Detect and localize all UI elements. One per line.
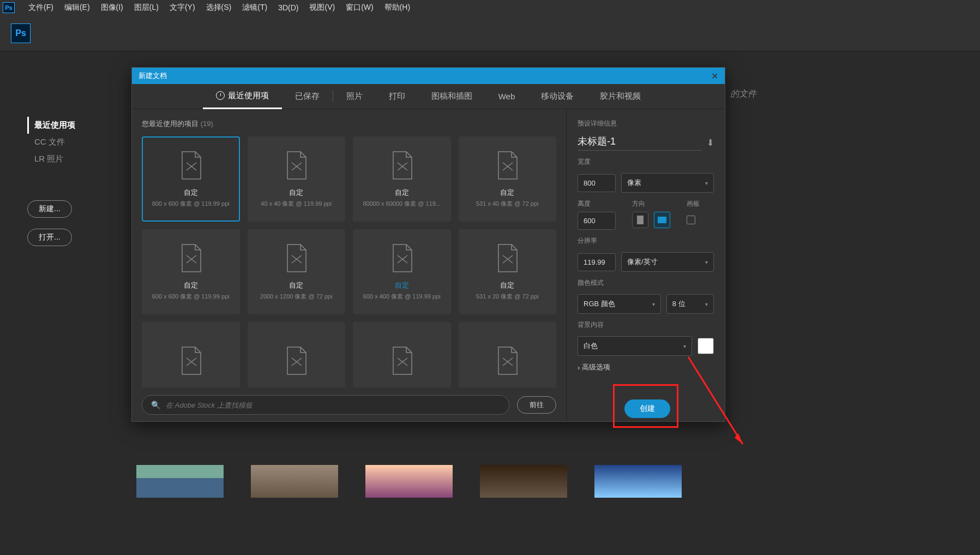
save-preset-icon[interactable]: ⬇ — [707, 138, 714, 148]
document-icon — [390, 151, 414, 180]
preset-subtitle: 2000 x 1200 像素 @ 72 ppi — [251, 293, 342, 301]
height-input[interactable] — [578, 212, 616, 230]
tab-film[interactable]: 胶片和视频 — [587, 84, 654, 109]
chevron-right-icon: › — [578, 363, 580, 372]
preset-card[interactable] — [353, 322, 451, 387]
sidebar-link-recent[interactable]: 最近使用项 — [27, 117, 109, 134]
dialog-tabs: 最近使用项 已保存 照片 打印 图稿和插图 Web 移动设备 胶片和视频 — [132, 84, 725, 109]
landscape-icon — [658, 217, 666, 223]
preset-card[interactable]: 自定 600 x 400 像素 @ 119.99 ppi — [353, 229, 451, 314]
tab-label: 最近使用项 — [228, 91, 269, 101]
menu-help[interactable]: 帮助(H) — [379, 3, 416, 13]
preset-title: 自定 — [184, 188, 198, 198]
panel-header: 预设详细信息 — [578, 119, 714, 128]
preset-grid: 自定 800 x 600 像素 @ 119.99 ppi 自定 40 x 40 … — [142, 136, 556, 387]
background-dropdown[interactable]: 白色▾ — [578, 336, 692, 356]
recent-thumbnails-row — [136, 465, 682, 498]
artboard-checkbox[interactable] — [687, 216, 695, 224]
preset-title: 自定 — [395, 188, 409, 198]
resolution-unit-dropdown[interactable]: 像素/英寸▾ — [621, 252, 714, 272]
open-button[interactable]: 打开... — [27, 229, 72, 246]
preset-card[interactable]: 自定 80000 x 60000 像素 @ 119... — [353, 136, 451, 222]
preset-title: 自定 — [500, 188, 514, 198]
width-label: 宽度 — [578, 157, 714, 166]
color-mode-dropdown[interactable]: RGB 颜色▾ — [578, 294, 661, 314]
ps-logo-icon: Ps — [11, 23, 31, 43]
document-icon — [495, 346, 519, 375]
tab-photo[interactable]: 照片 — [333, 84, 376, 109]
preset-card[interactable] — [142, 322, 240, 387]
stock-search-input[interactable] — [166, 401, 500, 409]
thumbnail[interactable] — [136, 465, 224, 498]
advanced-options-toggle[interactable]: › 高级选项 — [578, 362, 714, 372]
orientation-portrait-button[interactable] — [632, 212, 648, 228]
preset-title: 自定 — [289, 281, 303, 290]
thumbnail[interactable] — [480, 465, 567, 498]
orientation-landscape-button[interactable] — [654, 212, 670, 228]
bit-depth-dropdown[interactable]: 8 位▾ — [666, 294, 714, 314]
document-icon — [495, 243, 519, 273]
sidebar-link-lr[interactable]: LR 照片 — [27, 151, 109, 168]
menu-file[interactable]: 文件(F) — [23, 3, 59, 13]
document-name-input[interactable]: 未标题-1 — [578, 135, 701, 151]
preset-title: 自定 — [184, 281, 198, 290]
preset-card[interactable] — [248, 322, 346, 387]
menu-window[interactable]: 窗口(W) — [340, 3, 379, 13]
tab-print[interactable]: 打印 — [376, 84, 418, 109]
tab-mobile[interactable]: 移动设备 — [528, 84, 587, 109]
document-icon — [179, 243, 203, 273]
preset-subtitle: 800 x 600 像素 @ 119.99 ppi — [146, 200, 236, 208]
thumbnail[interactable] — [594, 465, 682, 498]
document-icon — [179, 346, 203, 375]
preset-card[interactable]: 自定 40 x 40 像素 @ 119.99 ppi — [248, 136, 346, 222]
preset-title: 自定 — [500, 281, 514, 290]
tab-web[interactable]: Web — [485, 84, 528, 109]
create-button-area: 创建 — [624, 399, 670, 418]
resolution-label: 分辨率 — [578, 236, 714, 246]
tab-saved[interactable]: 已保存 — [282, 84, 333, 109]
resolution-input[interactable] — [578, 253, 616, 271]
width-unit-dropdown[interactable]: 像素▾ — [621, 173, 714, 193]
preset-card[interactable]: 自定 800 x 600 像素 @ 119.99 ppi — [142, 136, 240, 222]
preset-title: 自定 — [289, 188, 303, 198]
background-color-swatch[interactable] — [698, 338, 714, 354]
preset-details-panel: 预设详细信息 未标题-1 ⬇ 宽度 像素▾ 高度 — [567, 109, 725, 421]
close-icon[interactable]: ✕ — [711, 71, 718, 81]
preset-card[interactable]: 自定 531 x 20 像素 @ 72 ppi — [459, 229, 557, 314]
search-icon: 🔍 — [151, 401, 160, 409]
thumbnail[interactable] — [251, 465, 338, 498]
preset-subtitle: 40 x 40 像素 @ 119.99 ppi — [251, 200, 342, 208]
document-icon — [179, 151, 203, 180]
preset-subtitle: 600 x 600 像素 @ 119.99 ppi — [146, 293, 236, 301]
stock-search-box[interactable]: 🔍 — [142, 395, 509, 415]
home-screen: 最近使用项 CC 文件 LR 照片 新建... 打开... 的文件 新建文档 ✕… — [0, 51, 980, 555]
preset-card[interactable]: 自定 600 x 600 像素 @ 119.99 ppi — [142, 229, 240, 314]
menu-image[interactable]: 图像(I) — [95, 3, 129, 13]
preset-card[interactable]: 自定 531 x 40 像素 @ 72 ppi — [459, 136, 557, 222]
background-label: 背景内容 — [578, 320, 714, 330]
menu-filter[interactable]: 滤镜(T) — [237, 3, 273, 13]
menu-view[interactable]: 视图(V) — [304, 3, 340, 13]
menu-type[interactable]: 文字(Y) — [164, 3, 201, 13]
height-label: 高度 — [578, 199, 616, 208]
sidebar-link-cc[interactable]: CC 文件 — [27, 134, 109, 151]
background-text-fragment: 的文件 — [730, 88, 756, 100]
width-input[interactable] — [578, 174, 616, 192]
artboard-label: 画板 — [687, 199, 700, 208]
menu-edit[interactable]: 编辑(E) — [59, 3, 95, 13]
new-button[interactable]: 新建... — [27, 200, 72, 218]
home-sidebar: 最近使用项 CC 文件 LR 照片 新建... 打开... — [27, 117, 109, 246]
thumbnail[interactable] — [365, 465, 453, 498]
go-button[interactable]: 前往 — [517, 396, 556, 414]
preset-card[interactable] — [459, 322, 557, 387]
tab-recent[interactable]: 最近使用项 — [203, 84, 282, 109]
preset-card[interactable]: 自定 2000 x 1200 像素 @ 72 ppi — [248, 229, 346, 314]
document-icon — [390, 346, 414, 375]
menu-select[interactable]: 选择(S) — [201, 3, 237, 13]
menu-layer[interactable]: 图层(L) — [129, 3, 164, 13]
menu-3d[interactable]: 3D(D) — [273, 3, 304, 12]
document-icon — [390, 243, 414, 273]
tab-art[interactable]: 图稿和插图 — [418, 84, 485, 109]
chevron-down-icon: ▾ — [683, 343, 686, 349]
create-button[interactable]: 创建 — [624, 399, 670, 418]
